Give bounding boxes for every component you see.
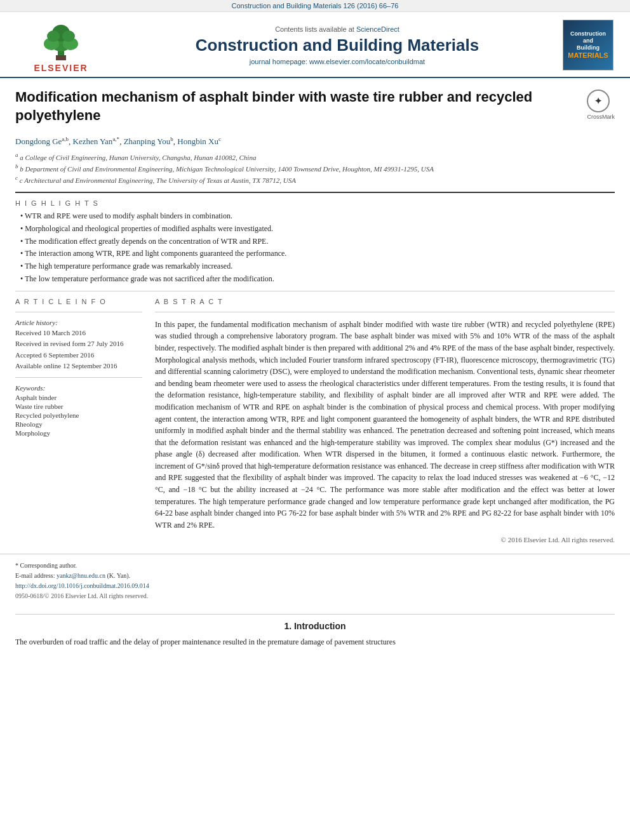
keyword-asphalt: Asphalt binder [15,394,142,401]
highlights-section: H I G H L I G H T S WTR and RPE were use… [15,199,615,284]
email-label: E-mail address: [15,572,55,579]
highlight-item: WTR and RPE were used to modify asphalt … [20,211,615,222]
history-revised: Received in revised form 27 July 2016 [15,339,142,349]
elsevier-brand: ELSEVIER [34,63,88,73]
abstract-column: A B S T R A C T In this paper, the funda… [155,298,615,544]
divider-history [15,377,142,378]
crossmark-label: CrossMark [587,114,615,120]
journal-badge: ConstructionandBuilding MATERIALS [563,20,613,70]
citation-bar: Construction and Building Materials 126 … [0,0,630,12]
author-yan: Kezhen Yan [73,137,113,147]
section-number: 1. [284,621,292,631]
history-accepted: Accepted 6 September 2016 [15,350,142,360]
homepage-url[interactable]: www.elsevier.com/locate/conbuildmat [309,58,425,65]
affiliations: a a College of Civil Engineering, Hunan … [15,151,615,185]
crossmark-section[interactable]: ✦ CrossMark [587,90,615,120]
email-line: E-mail address: yankz@hnu.edu.cn (K. Yan… [15,571,149,581]
highlight-item: The high temperature performance grade w… [20,261,615,272]
divider-highlights [15,291,615,291]
journal-header: ELSEVIER Contents lists available at Sci… [0,12,630,78]
homepage-label: journal homepage: [250,58,307,65]
svg-point-6 [62,30,75,42]
doi-line[interactable]: http://dx.doi.org/10.1016/j.conbuildmat.… [15,581,149,591]
article-history: Article history: Received 10 March 2016 … [15,319,142,371]
journal-title-section: Contents lists available at ScienceDirec… [112,25,563,65]
divider-abstract-top [155,312,615,312]
highlights-label: H I G H L I G H T S [15,199,615,207]
introduction-section: 1. Introduction The overburden of road t… [0,614,630,658]
divider-info-top [15,312,142,312]
authors-line: Dongdong Gea,b, Kezhen Yana,*, Zhanping … [15,136,615,147]
elsevier-logo: ELSEVIER [10,17,112,73]
main-content: Modification mechanism of asphalt binder… [0,78,630,554]
crossmark-icon[interactable]: ✦ [587,90,610,112]
elsevier-logo-section: ELSEVIER [10,17,112,73]
highlight-item: The modification effect greatly depends … [20,236,615,247]
copyright-line: © 2016 Elsevier Ltd. All rights reserved… [155,536,615,543]
issn-line: 0950-0618/© 2016 Elsevier Ltd. All right… [15,591,149,601]
keywords-label: Keywords: [15,384,142,392]
abstract-text: In this paper, the fundamental modificat… [155,319,615,531]
svg-rect-7 [56,55,66,60]
section-title: Introduction [294,621,346,631]
introduction-text: The overburden of road traffic and the d… [15,636,615,648]
affil-c: c c Architectural and Environmental Engi… [15,174,615,185]
article-title: Modification mechanism of asphalt binder… [15,88,580,124]
highlight-item: The low temperature performance grade wa… [20,274,615,284]
two-column-section: A R T I C L E I N F O Article history: R… [15,298,615,544]
email-suffix: (K. Yan). [107,572,130,579]
footnote-section: * Corresponding author. E-mail address: … [15,561,149,601]
journal-title: Construction and Building Materials [112,36,563,55]
abstract-label: A B S T R A C T [155,298,615,305]
keyword-rpe: Recycled polyethylene [15,411,142,419]
journal-homepage: journal homepage: www.elsevier.com/locat… [112,58,563,65]
author-you: Zhanping You [124,137,171,147]
badge-materials: MATERIALS [568,51,608,60]
badge-construction: ConstructionandBuilding [570,30,606,51]
sciencedirect-link[interactable]: ScienceDirect [356,25,399,33]
page-footer: * Corresponding author. E-mail address: … [0,554,630,608]
highlight-item: Morphological and rheological properties… [20,223,615,234]
corresponding-author-note: * Corresponding author. [15,561,149,571]
elsevier-tree-icon [29,17,93,62]
keyword-morphology: Morphology [15,429,142,437]
introduction-title: 1. Introduction [15,621,615,631]
divider-intro [15,614,615,615]
highlights-list: WTR and RPE were used to modify asphalt … [20,211,615,284]
keywords-section: Keywords: Asphalt binder Waste tire rubb… [15,384,142,437]
affil-a: a a College of Civil Engineering, Hunan … [15,151,615,163]
affil-b: b b Department of Civil and Environmenta… [15,163,615,174]
history-label: Article history: [15,319,142,326]
email-address[interactable]: yankz@hnu.edu.cn [57,572,105,579]
article-info-label: A R T I C L E I N F O [15,298,142,305]
history-online: Available online 12 September 2016 [15,361,142,371]
keyword-rheology: Rheology [15,420,142,428]
svg-point-5 [47,30,60,42]
journal-badge-section: ConstructionandBuilding MATERIALS [563,20,620,70]
citation-text: Construction and Building Materials 126 … [232,2,399,10]
sciencedirect-prefix: Contents lists available at [275,25,354,33]
author-ge: Dongdong Ge [15,137,62,147]
highlight-item: The interaction among WTR, RPE and light… [20,248,615,259]
keyword-wtr: Waste tire rubber [15,403,142,410]
article-info-column: A R T I C L E I N F O Article history: R… [15,298,142,544]
author-xu: Hongbin Xu [177,137,218,147]
history-received: Received 10 March 2016 [15,328,142,338]
divider-main [15,192,615,193]
